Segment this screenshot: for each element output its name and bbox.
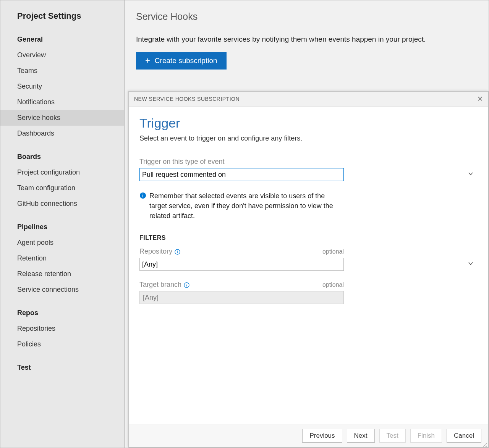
repository-optional: optional [322,248,344,255]
nav-service-connections[interactable]: Service connections [0,282,124,298]
modal-body: Trigger Select an event to trigger on an… [129,107,488,424]
nav-github-connections[interactable]: GitHub connections [0,196,124,212]
create-subscription-label: Create subscription [155,57,217,65]
next-button[interactable]: Next [347,429,375,443]
event-type-select-wrap [139,168,478,181]
close-icon[interactable]: ✕ [477,95,483,103]
nav-agent-pools[interactable]: Agent pools [0,235,124,251]
section-boards: Boards [0,147,124,165]
section-pipelines: Pipelines [0,218,124,235]
section-general: General [0,30,124,47]
info-text: Remember that selected events are visibl… [149,191,344,221]
nav-release-retention[interactable]: Release retention [0,266,124,282]
nav-overview[interactable]: Overview [0,47,124,63]
trigger-subheading: Select an event to trigger on and config… [139,134,478,142]
info-note: Remember that selected events are visibl… [139,191,344,221]
app-root: Project Settings General Overview Teams … [0,0,489,448]
help-icon[interactable]: i [184,281,189,289]
sidebar-title: Project Settings [0,7,124,30]
modal-header: NEW SERVICE HOOKS SUBSCRIPTION ✕ [129,92,488,107]
svg-line-9 [486,446,487,447]
nav-teams[interactable]: Teams [0,63,124,79]
target-branch-input [139,291,344,304]
event-type-label: Trigger on this type of event [139,158,478,166]
repository-select[interactable] [139,258,344,271]
nav-project-configuration[interactable]: Project configuration [0,165,124,180]
svg-text:i: i [177,250,178,254]
main-content: Service Hooks Integrate with your favori… [125,0,489,448]
chevron-down-icon [468,260,474,268]
trigger-heading: Trigger [139,116,478,131]
finish-button: Finish [410,429,442,443]
nav-repositories[interactable]: Repositories [0,321,124,336]
target-branch-label: Target branch [139,281,181,289]
nav-security[interactable]: Security [0,79,124,94]
nav-team-configuration[interactable]: Team configuration [0,180,124,196]
chevron-down-icon [468,171,474,179]
nav-service-hooks[interactable]: Service hooks [0,110,124,126]
project-settings-sidebar: Project Settings General Overview Teams … [0,0,125,448]
nav-notifications[interactable]: Notifications [0,94,124,110]
cancel-button[interactable]: Cancel [447,429,481,443]
section-repos: Repos [0,304,124,321]
modal-footer: Previous Next Test Finish Cancel [129,424,488,447]
event-type-select[interactable] [139,168,344,181]
repository-label: Repository [139,247,172,256]
main-header: Service Hooks Integrate with your favori… [125,0,489,70]
svg-point-2 [142,194,143,194]
resize-grip-icon[interactable] [482,441,487,446]
svg-text:i: i [186,283,187,287]
repository-filter: Repository i optional [139,247,478,271]
page-title: Service Hooks [136,11,477,22]
subscription-modal: NEW SERVICE HOOKS SUBSCRIPTION ✕ Trigger… [128,91,489,448]
nav-dashboards[interactable]: Dashboards [0,126,124,141]
previous-button[interactable]: Previous [302,429,342,443]
info-icon [139,192,146,199]
page-description: Integrate with your favorite services by… [136,35,477,44]
nav-retention[interactable]: Retention [0,251,124,266]
target-branch-optional: optional [322,281,344,288]
section-test: Test [0,358,124,375]
target-branch-filter: Target branch i optional [139,281,478,304]
test-button: Test [379,429,406,443]
filters-heading: FILTERS [139,235,478,241]
modal-title-bar: NEW SERVICE HOOKS SUBSCRIPTION [134,96,240,102]
create-subscription-button[interactable]: + Create subscription [136,52,227,70]
help-icon[interactable]: i [175,247,180,256]
nav-policies[interactable]: Policies [0,336,124,352]
svg-rect-1 [142,195,143,197]
